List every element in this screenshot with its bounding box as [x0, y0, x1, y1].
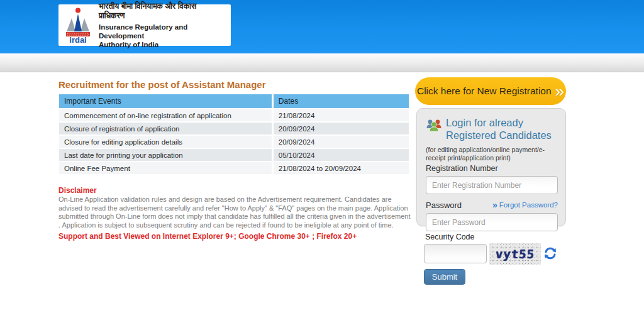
- date-cell: 21/08/2024: [274, 109, 409, 121]
- event-cell: Commencement of on-line registration of …: [59, 109, 272, 121]
- browser-support-note: Support and Best Viewed on Internet Expl…: [58, 232, 411, 241]
- irdai-logo-box: irdai भारतीय बीमा विनियामक और विकास प्रा…: [58, 4, 231, 46]
- important-events-table: Important Events Dates Commencement of o…: [57, 93, 411, 175]
- disclaimer-body: On-Line Application validation rules and…: [58, 195, 411, 229]
- disclaimer-title: Disclaimer: [58, 186, 97, 195]
- event-cell: Closure of registration of application: [59, 123, 272, 135]
- column-header-dates: Dates: [274, 94, 409, 108]
- login-panel: Login for already Registered Candidates …: [416, 108, 566, 226]
- table-row: Closure for editing application details …: [59, 136, 409, 148]
- page-title: Recruitment for the post of Assistant Ma…: [58, 79, 266, 90]
- table-row: Closure of registration of application 2…: [59, 123, 409, 135]
- event-cell: Last date for printing your application: [59, 149, 272, 161]
- security-code-label: Security Code: [425, 233, 475, 241]
- sub-header-bar: [0, 53, 644, 72]
- date-cell: 05/10/2024: [274, 149, 409, 161]
- forgot-password-label: Forgot Password?: [499, 201, 558, 209]
- captcha-text: vyt55: [495, 247, 535, 261]
- column-header-important-events: Important Events: [59, 94, 272, 108]
- table-header-row: Important Events Dates: [59, 94, 409, 108]
- table-row: Online Fee Payment 21/08/2024 to 20/09/2…: [59, 162, 409, 174]
- submit-button[interactable]: Submit: [424, 269, 465, 285]
- org-name-english-line1: Insurance Regulatory and Development: [99, 23, 225, 40]
- login-title: Login for already Registered Candidates: [446, 116, 557, 141]
- password-label: Password: [426, 200, 462, 210]
- table-row: Last date for printing your application …: [59, 149, 409, 161]
- svg-text:irdai: irdai: [69, 35, 86, 43]
- double-chevron-right-icon: »: [555, 85, 564, 97]
- date-cell: 20/09/2024: [274, 136, 409, 148]
- table-row: Commencement of on-line registration of …: [59, 109, 409, 121]
- security-code-input[interactable]: [424, 244, 487, 263]
- captcha-refresh-icon[interactable]: [543, 246, 557, 260]
- header-bar: irdai भारतीय बीमा विनियामक और विकास प्रा…: [0, 0, 644, 53]
- registration-number-label: Registration Number: [426, 164, 557, 173]
- org-name-english-line2: Authority of India: [99, 40, 225, 49]
- date-cell: 21/08/2024 to 20/09/2024: [274, 162, 409, 174]
- users-group-icon: [426, 118, 442, 132]
- org-name-hindi: भारतीय बीमा विनियामक और विकास प्राधिकरण: [99, 2, 225, 21]
- new-registration-button[interactable]: Click here for New Registration »: [415, 77, 566, 105]
- captcha-image: vyt55: [489, 243, 541, 265]
- login-note: (for editing application/online payment/…: [426, 146, 557, 162]
- irdai-logo-icon: irdai: [64, 7, 92, 43]
- event-cell: Online Fee Payment: [59, 162, 272, 174]
- forgot-password-link[interactable]: » Forgot Password?: [492, 200, 558, 210]
- password-input[interactable]: [426, 213, 558, 231]
- date-cell: 20/09/2024: [274, 123, 409, 135]
- registration-number-input[interactable]: [426, 176, 558, 194]
- event-cell: Closure for editing application details: [59, 136, 272, 148]
- new-registration-label: Click here for New Registration: [417, 85, 552, 97]
- double-chevron-right-icon: »: [492, 200, 497, 210]
